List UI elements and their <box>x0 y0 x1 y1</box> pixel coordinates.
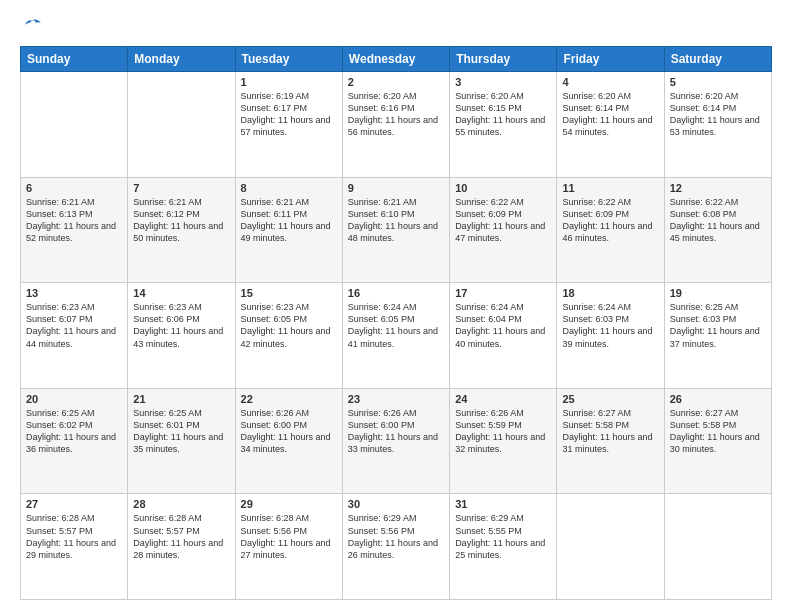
day-info: Sunrise: 6:25 AM Sunset: 6:02 PM Dayligh… <box>26 407 122 456</box>
day-number: 10 <box>455 182 551 194</box>
day-number: 16 <box>348 287 444 299</box>
col-header-thursday: Thursday <box>450 47 557 72</box>
col-header-tuesday: Tuesday <box>235 47 342 72</box>
day-info: Sunrise: 6:20 AM Sunset: 6:14 PM Dayligh… <box>562 90 658 139</box>
day-info: Sunrise: 6:20 AM Sunset: 6:16 PM Dayligh… <box>348 90 444 139</box>
day-info: Sunrise: 6:22 AM Sunset: 6:09 PM Dayligh… <box>562 196 658 245</box>
calendar-cell: 4Sunrise: 6:20 AM Sunset: 6:14 PM Daylig… <box>557 72 664 178</box>
col-header-monday: Monday <box>128 47 235 72</box>
day-info: Sunrise: 6:24 AM Sunset: 6:04 PM Dayligh… <box>455 301 551 350</box>
col-header-sunday: Sunday <box>21 47 128 72</box>
day-number: 15 <box>241 287 337 299</box>
calendar: SundayMondayTuesdayWednesdayThursdayFrid… <box>20 46 772 600</box>
col-header-saturday: Saturday <box>664 47 771 72</box>
calendar-cell: 26Sunrise: 6:27 AM Sunset: 5:58 PM Dayli… <box>664 388 771 494</box>
calendar-cell: 31Sunrise: 6:29 AM Sunset: 5:55 PM Dayli… <box>450 494 557 600</box>
calendar-cell: 17Sunrise: 6:24 AM Sunset: 6:04 PM Dayli… <box>450 283 557 389</box>
logo-bird-icon <box>22 16 42 36</box>
calendar-cell <box>21 72 128 178</box>
day-number: 20 <box>26 393 122 405</box>
day-info: Sunrise: 6:21 AM Sunset: 6:10 PM Dayligh… <box>348 196 444 245</box>
day-info: Sunrise: 6:27 AM Sunset: 5:58 PM Dayligh… <box>562 407 658 456</box>
week-row-3: 13Sunrise: 6:23 AM Sunset: 6:07 PM Dayli… <box>21 283 772 389</box>
logo <box>20 16 42 36</box>
calendar-cell: 25Sunrise: 6:27 AM Sunset: 5:58 PM Dayli… <box>557 388 664 494</box>
day-number: 17 <box>455 287 551 299</box>
day-number: 2 <box>348 76 444 88</box>
calendar-cell: 19Sunrise: 6:25 AM Sunset: 6:03 PM Dayli… <box>664 283 771 389</box>
calendar-cell: 3Sunrise: 6:20 AM Sunset: 6:15 PM Daylig… <box>450 72 557 178</box>
day-info: Sunrise: 6:26 AM Sunset: 5:59 PM Dayligh… <box>455 407 551 456</box>
calendar-cell: 6Sunrise: 6:21 AM Sunset: 6:13 PM Daylig… <box>21 177 128 283</box>
calendar-cell: 29Sunrise: 6:28 AM Sunset: 5:56 PM Dayli… <box>235 494 342 600</box>
day-number: 29 <box>241 498 337 510</box>
col-header-friday: Friday <box>557 47 664 72</box>
calendar-cell: 5Sunrise: 6:20 AM Sunset: 6:14 PM Daylig… <box>664 72 771 178</box>
calendar-cell: 27Sunrise: 6:28 AM Sunset: 5:57 PM Dayli… <box>21 494 128 600</box>
day-info: Sunrise: 6:19 AM Sunset: 6:17 PM Dayligh… <box>241 90 337 139</box>
day-info: Sunrise: 6:29 AM Sunset: 5:56 PM Dayligh… <box>348 512 444 561</box>
week-row-5: 27Sunrise: 6:28 AM Sunset: 5:57 PM Dayli… <box>21 494 772 600</box>
day-info: Sunrise: 6:26 AM Sunset: 6:00 PM Dayligh… <box>348 407 444 456</box>
day-number: 5 <box>670 76 766 88</box>
day-info: Sunrise: 6:24 AM Sunset: 6:03 PM Dayligh… <box>562 301 658 350</box>
day-number: 7 <box>133 182 229 194</box>
page: SundayMondayTuesdayWednesdayThursdayFrid… <box>0 0 792 612</box>
day-info: Sunrise: 6:22 AM Sunset: 6:08 PM Dayligh… <box>670 196 766 245</box>
day-number: 28 <box>133 498 229 510</box>
calendar-cell: 2Sunrise: 6:20 AM Sunset: 6:16 PM Daylig… <box>342 72 449 178</box>
day-number: 13 <box>26 287 122 299</box>
day-number: 27 <box>26 498 122 510</box>
day-info: Sunrise: 6:22 AM Sunset: 6:09 PM Dayligh… <box>455 196 551 245</box>
calendar-cell: 20Sunrise: 6:25 AM Sunset: 6:02 PM Dayli… <box>21 388 128 494</box>
day-number: 23 <box>348 393 444 405</box>
day-number: 12 <box>670 182 766 194</box>
calendar-cell: 24Sunrise: 6:26 AM Sunset: 5:59 PM Dayli… <box>450 388 557 494</box>
calendar-cell: 10Sunrise: 6:22 AM Sunset: 6:09 PM Dayli… <box>450 177 557 283</box>
calendar-cell <box>557 494 664 600</box>
day-info: Sunrise: 6:24 AM Sunset: 6:05 PM Dayligh… <box>348 301 444 350</box>
week-row-1: 1Sunrise: 6:19 AM Sunset: 6:17 PM Daylig… <box>21 72 772 178</box>
day-info: Sunrise: 6:26 AM Sunset: 6:00 PM Dayligh… <box>241 407 337 456</box>
day-number: 19 <box>670 287 766 299</box>
day-info: Sunrise: 6:21 AM Sunset: 6:11 PM Dayligh… <box>241 196 337 245</box>
header <box>20 16 772 36</box>
calendar-cell: 15Sunrise: 6:23 AM Sunset: 6:05 PM Dayli… <box>235 283 342 389</box>
calendar-cell: 1Sunrise: 6:19 AM Sunset: 6:17 PM Daylig… <box>235 72 342 178</box>
calendar-cell: 12Sunrise: 6:22 AM Sunset: 6:08 PM Dayli… <box>664 177 771 283</box>
day-info: Sunrise: 6:27 AM Sunset: 5:58 PM Dayligh… <box>670 407 766 456</box>
day-number: 25 <box>562 393 658 405</box>
day-number: 24 <box>455 393 551 405</box>
week-row-4: 20Sunrise: 6:25 AM Sunset: 6:02 PM Dayli… <box>21 388 772 494</box>
calendar-cell: 21Sunrise: 6:25 AM Sunset: 6:01 PM Dayli… <box>128 388 235 494</box>
calendar-cell: 11Sunrise: 6:22 AM Sunset: 6:09 PM Dayli… <box>557 177 664 283</box>
day-info: Sunrise: 6:28 AM Sunset: 5:56 PM Dayligh… <box>241 512 337 561</box>
day-info: Sunrise: 6:20 AM Sunset: 6:14 PM Dayligh… <box>670 90 766 139</box>
day-info: Sunrise: 6:28 AM Sunset: 5:57 PM Dayligh… <box>133 512 229 561</box>
calendar-cell <box>664 494 771 600</box>
day-number: 14 <box>133 287 229 299</box>
calendar-cell: 22Sunrise: 6:26 AM Sunset: 6:00 PM Dayli… <box>235 388 342 494</box>
day-info: Sunrise: 6:28 AM Sunset: 5:57 PM Dayligh… <box>26 512 122 561</box>
day-number: 22 <box>241 393 337 405</box>
day-info: Sunrise: 6:23 AM Sunset: 6:05 PM Dayligh… <box>241 301 337 350</box>
day-number: 9 <box>348 182 444 194</box>
day-info: Sunrise: 6:23 AM Sunset: 6:06 PM Dayligh… <box>133 301 229 350</box>
day-number: 8 <box>241 182 337 194</box>
day-info: Sunrise: 6:29 AM Sunset: 5:55 PM Dayligh… <box>455 512 551 561</box>
calendar-cell <box>128 72 235 178</box>
day-number: 26 <box>670 393 766 405</box>
col-header-wednesday: Wednesday <box>342 47 449 72</box>
day-info: Sunrise: 6:20 AM Sunset: 6:15 PM Dayligh… <box>455 90 551 139</box>
week-row-2: 6Sunrise: 6:21 AM Sunset: 6:13 PM Daylig… <box>21 177 772 283</box>
day-number: 31 <box>455 498 551 510</box>
day-info: Sunrise: 6:21 AM Sunset: 6:12 PM Dayligh… <box>133 196 229 245</box>
day-info: Sunrise: 6:25 AM Sunset: 6:01 PM Dayligh… <box>133 407 229 456</box>
day-number: 6 <box>26 182 122 194</box>
day-number: 30 <box>348 498 444 510</box>
day-number: 18 <box>562 287 658 299</box>
calendar-cell: 28Sunrise: 6:28 AM Sunset: 5:57 PM Dayli… <box>128 494 235 600</box>
calendar-cell: 18Sunrise: 6:24 AM Sunset: 6:03 PM Dayli… <box>557 283 664 389</box>
calendar-cell: 8Sunrise: 6:21 AM Sunset: 6:11 PM Daylig… <box>235 177 342 283</box>
calendar-cell: 30Sunrise: 6:29 AM Sunset: 5:56 PM Dayli… <box>342 494 449 600</box>
